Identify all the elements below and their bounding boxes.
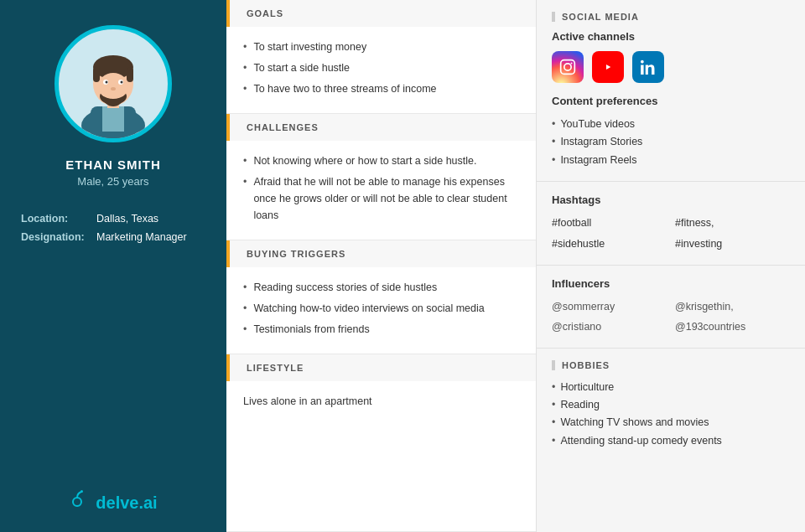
instagram-icon [552,51,584,83]
challenges-header: CHALLENGES [226,114,536,141]
hobbies-title: HOBBIES [552,360,790,370]
lifestyle-section: LIFESTYLE Lives alone in an apartment [226,354,536,532]
avatar [55,25,172,142]
svg-point-9 [98,73,128,100]
svg-rect-2 [102,106,124,132]
hashtags-section: Hashtags #football #fitness, #sidehustle… [537,182,805,266]
trigger-item-1: Reading success stories of side hustles [243,279,519,296]
goals-body: To start investing money To start a side… [226,27,536,113]
hobby-4: Attending stand-up comedy events [552,432,790,450]
influencer-4: @193countries [675,318,790,336]
svg-rect-6 [93,67,100,82]
buying-triggers-section: BUYING TRIGGERS Reading success stories … [226,240,536,354]
location-value: Dallas, Texas [96,213,158,225]
goals-section: GOALS To start investing money To start … [226,0,536,114]
svg-point-12 [106,81,108,84]
social-media-section: SOCIAL MEDIA Active channels [537,0,805,182]
logo: delve.ai [69,490,157,515]
influencer-3: @cristiano [552,318,667,336]
location-label: Location: [21,213,96,225]
svg-point-18 [564,64,571,70]
svg-point-15 [73,498,81,506]
right-panel: SOCIAL MEDIA Active channels [537,0,805,532]
logo-text: delve.ai [96,493,157,513]
content-item-2: Instagram Stories [552,133,790,151]
middle-panel: GOALS To start investing money To start … [226,0,537,532]
logo-icon [69,490,89,515]
buying-triggers-body: Reading success stories of side hustles … [226,267,536,354]
content-list: YouTube videos Instagram Stories Instagr… [552,116,790,169]
content-item-3: Instagram Reels [552,152,790,169]
profile-name: ETHAN SMITH [65,158,161,172]
challenge-item-1: Not knowing where or how to start a side… [243,152,519,169]
buying-triggers-header: BUYING TRIGGERS [226,240,536,267]
designation-value: Marketing Manager [96,231,187,243]
svg-point-13 [121,81,123,84]
goal-item-2: To start a side hustle [243,59,519,76]
hashtags-label: Hashtags [552,194,790,206]
influencer-1: @sommerray [552,298,667,316]
challenges-section: CHALLENGES Not knowing where or how to s… [226,114,536,240]
profile-gender-age: Male, 25 years [77,175,148,188]
hobbies-section: HOBBIES Horticulture Reading Watching TV… [537,349,805,532]
trigger-item-3: Testimonials from friends [243,321,519,338]
profile-details: Location: Dallas, Texas Designation: Mar… [17,213,210,250]
designation-row: Designation: Marketing Manager [21,231,205,243]
goals-header: GOALS [226,0,536,27]
hashtag-grid: #football #fitness, #sidehustle #investi… [552,214,790,254]
active-channels-label: Active channels [552,30,790,43]
hashtag-4: #investing [675,235,790,253]
content-preferences-label: Content preferences [552,95,790,107]
influencer-grid: @sommerray @krisgethin, @cristiano @193c… [552,298,790,336]
hobby-2: Reading [552,396,790,414]
hashtag-2: #fitness, [675,214,790,232]
persona-card: ETHAN SMITH Male, 25 years Location: Dal… [0,0,805,532]
hobby-3: Watching TV shows and movies [552,414,790,431]
social-icons-row [552,51,790,83]
designation-label: Designation: [21,231,96,243]
hashtag-1: #football [552,214,667,232]
svg-rect-7 [127,67,133,82]
lifestyle-header: LIFESTYLE [226,354,536,381]
hobby-1: Horticulture [552,379,790,396]
svg-rect-17 [561,60,575,75]
challenges-body: Not knowing where or how to start a side… [226,141,536,240]
trigger-item-2: Watching how-to video interviews on soci… [243,300,519,317]
challenge-item-2: Afraid that he will not be able to manag… [243,173,519,224]
goal-item-3: To have two to three streams of income [243,80,519,97]
linkedin-icon [632,51,664,83]
youtube-icon [592,51,624,83]
lifestyle-text: Lives alone in an apartment [243,393,519,410]
svg-point-14 [111,87,116,90]
influencers-section: Influencers @sommerray @krisgethin, @cri… [537,266,805,349]
left-panel: ETHAN SMITH Male, 25 years Location: Dal… [0,0,226,532]
content-item-1: YouTube videos [552,116,790,133]
social-media-title: SOCIAL MEDIA [552,12,790,22]
influencer-2: @krisgethin, [675,298,790,316]
hobbies-list: Horticulture Reading Watching TV shows a… [552,379,790,450]
influencers-label: Influencers [552,277,790,290]
svg-point-19 [571,62,573,64]
goal-item-1: To start investing money [243,39,519,55]
location-row: Location: Dallas, Texas [21,213,205,225]
hashtag-3: #sidehustle [552,235,667,253]
svg-point-16 [80,490,83,493]
lifestyle-body: Lives alone in an apartment [226,381,536,421]
